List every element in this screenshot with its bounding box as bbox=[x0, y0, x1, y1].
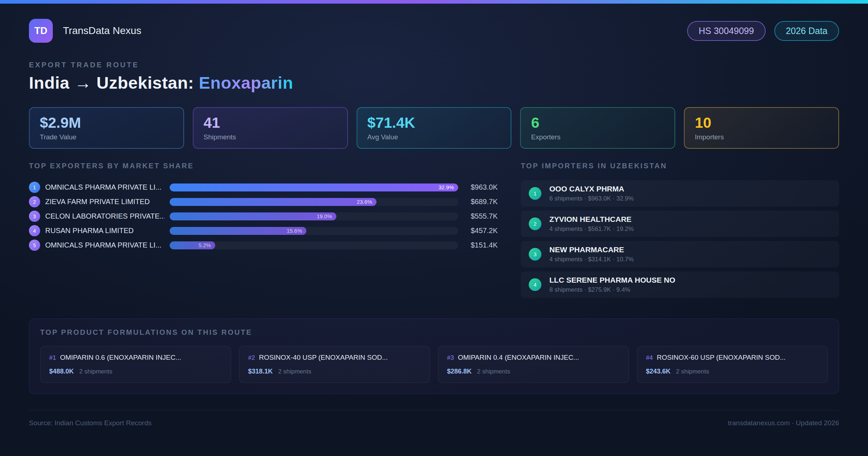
importer-card[interactable]: 1 OOO CALYX PHRMA 6 shipments · $963.0K … bbox=[521, 180, 839, 207]
footer: Source: Indian Customs Export Records tr… bbox=[29, 410, 839, 427]
market-share-bar-fill: 5.2% bbox=[170, 241, 215, 249]
formulation-card[interactable]: #2ROSINOX-40 USP (ENOXAPARIN SOD... $318… bbox=[239, 346, 430, 383]
rank-badge: 5 bbox=[29, 240, 40, 251]
hs-code-badge[interactable]: HS 30049099 bbox=[687, 21, 766, 41]
market-share-bar-fill: 32.9% bbox=[170, 183, 458, 191]
formulation-shipments: 2 shipments bbox=[278, 368, 311, 375]
exporters-heading: TOP EXPORTERS BY MARKET SHARE bbox=[29, 162, 498, 170]
importer-meta: 4 shipments · $314.1K · 10.7% bbox=[549, 256, 634, 263]
exporter-row[interactable]: 2 ZIEVA FARM PRIVATE LIMITED 23.6% $689.… bbox=[29, 195, 498, 209]
exporter-name: CELON LABORATORIES PRIVATE... bbox=[45, 212, 165, 220]
formulation-title: #3OMIPARIN 0.4 (ENOXAPARIN INJEC... bbox=[447, 354, 620, 362]
formulation-title: #2ROSINOX-40 USP (ENOXAPARIN SOD... bbox=[248, 354, 421, 362]
formulation-meta: $243.6K2 shipments bbox=[646, 368, 819, 375]
header-badges: HS 30049099 2026 Data bbox=[687, 21, 839, 41]
formulation-value: $488.0K bbox=[49, 368, 74, 375]
exporters-section: TOP EXPORTERS BY MARKET SHARE 1 OMNICALS… bbox=[29, 162, 498, 253]
importer-card[interactable]: 3 NEW PHARMACARE 4 shipments · $314.1K ·… bbox=[521, 241, 839, 267]
eyebrow-label: EXPORT TRADE ROUTE bbox=[29, 61, 839, 69]
exporter-row[interactable]: 4 RUSAN PHARMA LIMITED 15.6% $457.2K bbox=[29, 224, 498, 238]
exporter-name: RUSAN PHARMA LIMITED bbox=[45, 227, 165, 235]
formulation-rank: #1 bbox=[49, 354, 56, 361]
market-share-percent: 5.2% bbox=[199, 242, 211, 248]
formulation-value: $318.1K bbox=[248, 368, 273, 375]
formulation-shipments: 2 shipments bbox=[79, 368, 112, 375]
importer-name: NEW PHARMACARE bbox=[549, 245, 634, 254]
stat-label: Trade Value bbox=[40, 133, 173, 141]
formulation-card[interactable]: #1OMIPARIN 0.6 (ENOXAPARIN INJEC... $488… bbox=[40, 346, 231, 383]
importer-info: LLC SERENE PHARMA HOUSE NO 8 shipments ·… bbox=[549, 276, 675, 294]
importer-info: NEW PHARMACARE 4 shipments · $314.1K · 1… bbox=[549, 245, 634, 263]
stat-label: Avg Value bbox=[367, 133, 501, 141]
rank-badge: 1 bbox=[29, 182, 40, 193]
rank-badge: 4 bbox=[529, 278, 541, 291]
formulation-title: #1OMIPARIN 0.6 (ENOXAPARIN INJEC... bbox=[49, 354, 222, 362]
footer-site: transdatanexus.com · Updated 2026 bbox=[728, 419, 839, 427]
rank-badge: 3 bbox=[529, 248, 541, 261]
importer-info: OOO CALYX PHRMA 6 shipments · $963.0K · … bbox=[549, 185, 634, 202]
formulation-meta: $286.8K2 shipments bbox=[447, 368, 620, 375]
footer-source: Source: Indian Customs Export Records bbox=[29, 419, 152, 427]
stat-card-exporters: 6 Exporters bbox=[520, 107, 675, 149]
brand-logo: TD bbox=[29, 19, 53, 43]
exporter-value: $457.2K bbox=[463, 227, 498, 235]
formulation-title: #4ROSINOX-60 USP (ENOXAPARIN SOD... bbox=[646, 354, 819, 362]
importers-heading: TOP IMPORTERS IN UZBEKISTAN bbox=[521, 162, 839, 170]
exporter-row[interactable]: 3 CELON LABORATORIES PRIVATE... 19.0% $5… bbox=[29, 209, 498, 224]
formulation-name: OMIPARIN 0.6 (ENOXAPARIN INJEC... bbox=[60, 354, 181, 361]
data-year-badge[interactable]: 2026 Data bbox=[774, 21, 839, 41]
stat-label: Importers bbox=[695, 133, 828, 141]
stats-row: $2.9M Trade Value 41 Shipments $71.4K Av… bbox=[29, 107, 839, 149]
title-product: Enoxaparin bbox=[199, 73, 293, 92]
exporter-row[interactable]: 1 OMNICALS PHARMA PRIVATE LI... 32.9% $9… bbox=[29, 180, 498, 195]
formulation-card[interactable]: #3OMIPARIN 0.4 (ENOXAPARIN INJEC... $286… bbox=[438, 346, 629, 383]
importer-card[interactable]: 2 ZYVION HEALTHCARE 4 shipments · $561.7… bbox=[521, 211, 839, 237]
market-share-bar-fill: 23.6% bbox=[170, 198, 376, 206]
stat-label: Exporters bbox=[531, 133, 664, 141]
formulation-rank: #2 bbox=[248, 354, 255, 361]
importer-info: ZYVION HEALTHCARE 4 shipments · $561.7K … bbox=[549, 215, 634, 233]
market-share-bar-fill: 15.6% bbox=[170, 227, 306, 235]
formulation-value: $286.8K bbox=[447, 368, 472, 375]
importers-section: TOP IMPORTERS IN UZBEKISTAN 1 OOO CALYX … bbox=[521, 162, 839, 302]
rank-badge: 2 bbox=[29, 196, 40, 207]
market-share-percent: 15.6% bbox=[287, 228, 302, 234]
market-share-bar-track: 23.6% bbox=[170, 198, 458, 206]
formulation-shipments: 2 shipments bbox=[477, 368, 510, 375]
market-share-bar-track: 5.2% bbox=[170, 241, 458, 249]
brand-home-link[interactable]: TD TransData Nexus bbox=[29, 19, 141, 43]
exporter-value: $555.7K bbox=[463, 212, 498, 220]
exporter-value: $689.7K bbox=[463, 198, 498, 206]
formulation-rank: #3 bbox=[447, 354, 454, 361]
rank-badge: 3 bbox=[29, 211, 40, 222]
importer-name: LLC SERENE PHARMA HOUSE NO bbox=[549, 276, 675, 284]
exporter-row[interactable]: 5 OMNICALS PHARMA PRIVATE LI... 5.2% $15… bbox=[29, 238, 498, 253]
stat-value: 6 bbox=[531, 115, 664, 131]
title-route: India → Uzbekistan: bbox=[29, 73, 199, 92]
formulation-name: ROSINOX-60 USP (ENOXAPARIN SOD... bbox=[657, 354, 786, 361]
market-share-percent: 32.9% bbox=[438, 184, 454, 190]
header: TD TransData Nexus HS 30049099 2026 Data bbox=[29, 19, 839, 43]
importer-meta: 6 shipments · $963.0K · 32.9% bbox=[549, 195, 634, 202]
formulation-name: ROSINOX-40 USP (ENOXAPARIN SOD... bbox=[259, 354, 388, 361]
stat-label: Shipments bbox=[204, 133, 337, 141]
accent-gradient-bar bbox=[0, 0, 868, 4]
exporter-name: OMNICALS PHARMA PRIVATE LI... bbox=[45, 183, 165, 191]
stat-value: 10 bbox=[695, 115, 828, 131]
formulations-panel: TOP PRODUCT FORMULATIONS ON THIS ROUTE #… bbox=[29, 318, 839, 394]
formulation-meta: $318.1K2 shipments bbox=[248, 368, 421, 375]
market-share-bar-fill: 19.0% bbox=[170, 212, 336, 220]
brand-name: TransData Nexus bbox=[63, 25, 141, 37]
formulation-card[interactable]: #4ROSINOX-60 USP (ENOXAPARIN SOD... $243… bbox=[637, 346, 828, 383]
rank-badge: 4 bbox=[29, 225, 40, 236]
market-share-bar-track: 15.6% bbox=[170, 227, 458, 235]
main-columns: TOP EXPORTERS BY MARKET SHARE 1 OMNICALS… bbox=[29, 162, 839, 302]
importer-card[interactable]: 4 LLC SERENE PHARMA HOUSE NO 8 shipments… bbox=[521, 271, 839, 298]
formulation-meta: $488.0K2 shipments bbox=[49, 368, 222, 375]
market-share-percent: 23.6% bbox=[357, 199, 373, 205]
stat-card-shipments: 41 Shipments bbox=[193, 107, 348, 149]
stat-card-avg-value: $71.4K Avg Value bbox=[357, 107, 512, 149]
stat-value: 41 bbox=[204, 115, 337, 131]
importer-meta: 8 shipments · $275.9K · 9.4% bbox=[549, 286, 675, 294]
exporter-name: ZIEVA FARM PRIVATE LIMITED bbox=[45, 198, 165, 206]
